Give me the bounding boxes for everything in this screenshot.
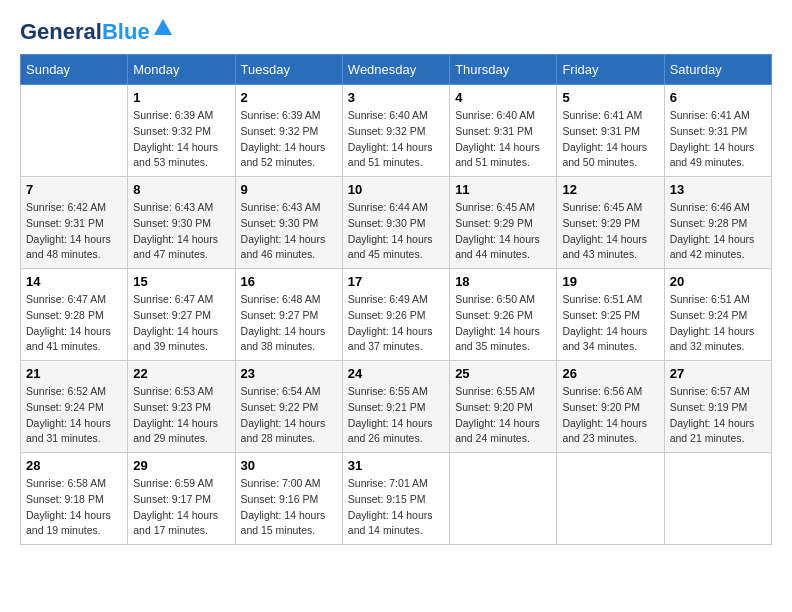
calendar-cell: 22Sunrise: 6:53 AMSunset: 9:23 PMDayligh… (128, 361, 235, 453)
calendar-cell (450, 453, 557, 545)
calendar-cell: 24Sunrise: 6:55 AMSunset: 9:21 PMDayligh… (342, 361, 449, 453)
day-info: Sunrise: 6:47 AMSunset: 9:27 PMDaylight:… (133, 292, 229, 355)
logo: GeneralBlue (20, 20, 174, 44)
day-number: 12 (562, 182, 658, 197)
calendar-cell: 15Sunrise: 6:47 AMSunset: 9:27 PMDayligh… (128, 269, 235, 361)
day-info: Sunrise: 6:54 AMSunset: 9:22 PMDaylight:… (241, 384, 337, 447)
calendar-week-row: 14Sunrise: 6:47 AMSunset: 9:28 PMDayligh… (21, 269, 772, 361)
day-number: 14 (26, 274, 122, 289)
calendar-week-row: 21Sunrise: 6:52 AMSunset: 9:24 PMDayligh… (21, 361, 772, 453)
calendar-week-row: 1Sunrise: 6:39 AMSunset: 9:32 PMDaylight… (21, 85, 772, 177)
day-info: Sunrise: 6:52 AMSunset: 9:24 PMDaylight:… (26, 384, 122, 447)
day-number: 5 (562, 90, 658, 105)
header-day: Monday (128, 55, 235, 85)
day-number: 20 (670, 274, 766, 289)
calendar-cell: 25Sunrise: 6:55 AMSunset: 9:20 PMDayligh… (450, 361, 557, 453)
day-number: 2 (241, 90, 337, 105)
header-row: SundayMondayTuesdayWednesdayThursdayFrid… (21, 55, 772, 85)
calendar-cell: 20Sunrise: 6:51 AMSunset: 9:24 PMDayligh… (664, 269, 771, 361)
day-info: Sunrise: 6:43 AMSunset: 9:30 PMDaylight:… (133, 200, 229, 263)
calendar-cell: 6Sunrise: 6:41 AMSunset: 9:31 PMDaylight… (664, 85, 771, 177)
day-number: 7 (26, 182, 122, 197)
calendar-cell: 26Sunrise: 6:56 AMSunset: 9:20 PMDayligh… (557, 361, 664, 453)
calendar-cell: 30Sunrise: 7:00 AMSunset: 9:16 PMDayligh… (235, 453, 342, 545)
calendar-table: SundayMondayTuesdayWednesdayThursdayFrid… (20, 54, 772, 545)
day-info: Sunrise: 6:51 AMSunset: 9:25 PMDaylight:… (562, 292, 658, 355)
day-info: Sunrise: 6:55 AMSunset: 9:20 PMDaylight:… (455, 384, 551, 447)
calendar-cell: 5Sunrise: 6:41 AMSunset: 9:31 PMDaylight… (557, 85, 664, 177)
day-info: Sunrise: 6:50 AMSunset: 9:26 PMDaylight:… (455, 292, 551, 355)
calendar-cell: 31Sunrise: 7:01 AMSunset: 9:15 PMDayligh… (342, 453, 449, 545)
header-day: Wednesday (342, 55, 449, 85)
calendar-cell: 16Sunrise: 6:48 AMSunset: 9:27 PMDayligh… (235, 269, 342, 361)
calendar-week-row: 7Sunrise: 6:42 AMSunset: 9:31 PMDaylight… (21, 177, 772, 269)
calendar-cell: 19Sunrise: 6:51 AMSunset: 9:25 PMDayligh… (557, 269, 664, 361)
day-number: 28 (26, 458, 122, 473)
day-info: Sunrise: 6:47 AMSunset: 9:28 PMDaylight:… (26, 292, 122, 355)
day-number: 8 (133, 182, 229, 197)
day-number: 3 (348, 90, 444, 105)
calendar-cell: 23Sunrise: 6:54 AMSunset: 9:22 PMDayligh… (235, 361, 342, 453)
day-info: Sunrise: 6:48 AMSunset: 9:27 PMDaylight:… (241, 292, 337, 355)
day-number: 6 (670, 90, 766, 105)
day-number: 31 (348, 458, 444, 473)
calendar-cell: 27Sunrise: 6:57 AMSunset: 9:19 PMDayligh… (664, 361, 771, 453)
calendar-cell: 9Sunrise: 6:43 AMSunset: 9:30 PMDaylight… (235, 177, 342, 269)
day-info: Sunrise: 7:00 AMSunset: 9:16 PMDaylight:… (241, 476, 337, 539)
calendar-cell: 29Sunrise: 6:59 AMSunset: 9:17 PMDayligh… (128, 453, 235, 545)
calendar-cell (664, 453, 771, 545)
day-number: 13 (670, 182, 766, 197)
day-info: Sunrise: 6:40 AMSunset: 9:32 PMDaylight:… (348, 108, 444, 171)
header-day: Thursday (450, 55, 557, 85)
calendar-cell: 1Sunrise: 6:39 AMSunset: 9:32 PMDaylight… (128, 85, 235, 177)
page-header: GeneralBlue (20, 20, 772, 44)
calendar-cell: 14Sunrise: 6:47 AMSunset: 9:28 PMDayligh… (21, 269, 128, 361)
day-info: Sunrise: 6:55 AMSunset: 9:21 PMDaylight:… (348, 384, 444, 447)
header-day: Tuesday (235, 55, 342, 85)
calendar-cell: 4Sunrise: 6:40 AMSunset: 9:31 PMDaylight… (450, 85, 557, 177)
day-info: Sunrise: 6:45 AMSunset: 9:29 PMDaylight:… (562, 200, 658, 263)
calendar-cell: 11Sunrise: 6:45 AMSunset: 9:29 PMDayligh… (450, 177, 557, 269)
day-info: Sunrise: 6:45 AMSunset: 9:29 PMDaylight:… (455, 200, 551, 263)
day-number: 24 (348, 366, 444, 381)
calendar-cell: 3Sunrise: 6:40 AMSunset: 9:32 PMDaylight… (342, 85, 449, 177)
day-info: Sunrise: 6:39 AMSunset: 9:32 PMDaylight:… (241, 108, 337, 171)
day-info: Sunrise: 6:53 AMSunset: 9:23 PMDaylight:… (133, 384, 229, 447)
calendar-cell: 2Sunrise: 6:39 AMSunset: 9:32 PMDaylight… (235, 85, 342, 177)
day-info: Sunrise: 6:46 AMSunset: 9:28 PMDaylight:… (670, 200, 766, 263)
day-info: Sunrise: 6:41 AMSunset: 9:31 PMDaylight:… (670, 108, 766, 171)
calendar-cell: 10Sunrise: 6:44 AMSunset: 9:30 PMDayligh… (342, 177, 449, 269)
day-info: Sunrise: 6:43 AMSunset: 9:30 PMDaylight:… (241, 200, 337, 263)
header-day: Saturday (664, 55, 771, 85)
day-number: 4 (455, 90, 551, 105)
calendar-cell: 12Sunrise: 6:45 AMSunset: 9:29 PMDayligh… (557, 177, 664, 269)
day-number: 27 (670, 366, 766, 381)
day-number: 25 (455, 366, 551, 381)
day-number: 23 (241, 366, 337, 381)
calendar-cell (557, 453, 664, 545)
day-number: 10 (348, 182, 444, 197)
day-number: 17 (348, 274, 444, 289)
day-number: 30 (241, 458, 337, 473)
calendar-cell: 18Sunrise: 6:50 AMSunset: 9:26 PMDayligh… (450, 269, 557, 361)
day-info: Sunrise: 7:01 AMSunset: 9:15 PMDaylight:… (348, 476, 444, 539)
header-day: Friday (557, 55, 664, 85)
day-number: 19 (562, 274, 658, 289)
day-info: Sunrise: 6:59 AMSunset: 9:17 PMDaylight:… (133, 476, 229, 539)
day-number: 29 (133, 458, 229, 473)
header-day: Sunday (21, 55, 128, 85)
day-info: Sunrise: 6:40 AMSunset: 9:31 PMDaylight:… (455, 108, 551, 171)
calendar-cell: 7Sunrise: 6:42 AMSunset: 9:31 PMDaylight… (21, 177, 128, 269)
day-number: 26 (562, 366, 658, 381)
day-info: Sunrise: 6:57 AMSunset: 9:19 PMDaylight:… (670, 384, 766, 447)
day-info: Sunrise: 6:41 AMSunset: 9:31 PMDaylight:… (562, 108, 658, 171)
calendar-cell: 21Sunrise: 6:52 AMSunset: 9:24 PMDayligh… (21, 361, 128, 453)
day-number: 9 (241, 182, 337, 197)
day-info: Sunrise: 6:39 AMSunset: 9:32 PMDaylight:… (133, 108, 229, 171)
calendar-cell: 13Sunrise: 6:46 AMSunset: 9:28 PMDayligh… (664, 177, 771, 269)
calendar-cell: 28Sunrise: 6:58 AMSunset: 9:18 PMDayligh… (21, 453, 128, 545)
day-number: 15 (133, 274, 229, 289)
calendar-week-row: 28Sunrise: 6:58 AMSunset: 9:18 PMDayligh… (21, 453, 772, 545)
calendar-cell: 8Sunrise: 6:43 AMSunset: 9:30 PMDaylight… (128, 177, 235, 269)
logo-text: GeneralBlue (20, 20, 150, 44)
